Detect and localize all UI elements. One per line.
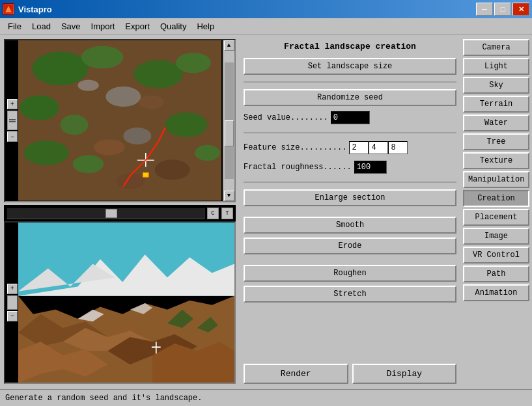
zoom-in-button[interactable]: + [7, 99, 18, 109]
svg-point-9 [24, 141, 69, 165]
seed-label: Seed value........ [244, 113, 328, 122]
divider-3 [244, 182, 456, 183]
panel-title: Fractal landscape creation [244, 39, 456, 54]
window-controls: ─ □ ✕ [476, 3, 529, 16]
svg-point-14 [123, 128, 151, 144]
close-button[interactable]: ✕ [512, 3, 529, 16]
enlarge-section-button[interactable]: Enlarge section [244, 189, 456, 206]
menu-import[interactable]: Import [86, 20, 120, 33]
smooth-button[interactable]: Smooth [244, 217, 456, 234]
main-content: + – [0, 35, 532, 388]
erode-button[interactable]: Erode [244, 237, 456, 254]
svg-point-12 [195, 145, 220, 161]
svg-point-13 [105, 87, 141, 107]
randomize-seed-button[interactable]: Randomize seed [244, 89, 456, 106]
menu-export[interactable]: Export [120, 20, 155, 33]
roughen-button[interactable]: Roughen [244, 265, 456, 282]
path-button[interactable]: Path [463, 265, 529, 282]
svg-point-17 [94, 139, 124, 155]
3d-zoom-out[interactable]: – [7, 311, 18, 321]
menu-quality[interactable]: Quality [155, 20, 191, 33]
svg-point-11 [165, 113, 208, 137]
roughness-label: Fractal roughness...... [244, 163, 352, 172]
terrain-button[interactable]: Terrain [463, 96, 529, 113]
svg-point-8 [61, 115, 89, 135]
minimize-button[interactable]: ─ [476, 3, 493, 16]
3d-zoom-controls: + – [7, 284, 18, 321]
vr-control-button[interactable]: VR Control [463, 247, 529, 264]
svg-point-5 [134, 60, 183, 88]
texture-button[interactable]: Texture [463, 152, 529, 169]
feature-input-1[interactable] [349, 141, 369, 154]
svg-point-10 [73, 155, 104, 173]
manipulation-button[interactable]: Manipulation [463, 171, 529, 188]
roughness-input[interactable] [354, 161, 387, 174]
svg-point-7 [20, 96, 59, 120]
map-controls-bar: C T [4, 205, 236, 222]
camera-button[interactable]: Camera [463, 39, 529, 56]
status-bar: Generate a random seed and it's landscap… [0, 389, 532, 406]
render-button[interactable]: Render [244, 364, 348, 384]
map-progress-bar [7, 208, 204, 219]
scroll-down-button[interactable]: ▼ [224, 191, 234, 201]
image-button[interactable]: Image [463, 228, 529, 245]
terrain-map [18, 40, 221, 201]
feature-row: Feature size.......... [244, 140, 456, 156]
zoom-controls: + – [7, 99, 18, 142]
roughness-row: Fractal roughness...... [244, 159, 456, 175]
scroll-track [225, 62, 234, 179]
water-button[interactable]: Water [463, 115, 529, 131]
feature-input-3[interactable] [388, 141, 408, 154]
scroll-thumb[interactable] [225, 120, 234, 146]
menu-help[interactable]: Help [191, 20, 219, 33]
right-panel: Camera Light Sky Terrain Water Tree Text… [460, 35, 532, 388]
sky-button[interactable]: Sky [463, 77, 529, 94]
display-button[interactable]: Display [352, 364, 457, 384]
stretch-button[interactable]: Stretch [244, 286, 456, 303]
set-landscape-button[interactable]: Set landscape size [244, 58, 456, 75]
animation-button[interactable]: Animation [463, 284, 529, 301]
menu-bar: File Load Save Import Export Quality Hel… [0, 18, 532, 35]
divider-1 [244, 81, 456, 83]
feature-inputs [349, 141, 408, 154]
svg-point-15 [77, 80, 98, 91]
svg-rect-22 [143, 172, 149, 177]
progress-thumb[interactable] [105, 209, 117, 218]
svg-point-16 [139, 96, 164, 109]
bottom-3d-container: + – [4, 221, 236, 385]
top-map-container: + – [4, 39, 236, 202]
center-panel: Fractal landscape creation Set landscape… [240, 35, 460, 388]
maximize-button[interactable]: □ [494, 3, 511, 16]
scroll-up-button[interactable]: ▲ [224, 40, 234, 51]
svg-point-3 [33, 51, 89, 85]
svg-point-4 [81, 46, 124, 69]
t-button[interactable]: T [221, 208, 233, 219]
status-text: Generate a random seed and it's landscap… [5, 394, 202, 403]
divider-2 [244, 132, 456, 133]
svg-point-18 [155, 159, 190, 180]
left-panel: + – [0, 35, 240, 388]
seed-input[interactable] [331, 111, 370, 124]
placement-button[interactable]: Placement [463, 209, 529, 226]
zoom-out-button[interactable]: – [7, 131, 18, 142]
app-icon [3, 3, 14, 15]
seed-row: Seed value........ [244, 110, 456, 126]
menu-save[interactable]: Save [56, 20, 86, 33]
menu-file[interactable]: File [3, 20, 27, 33]
feature-label: Feature size.......... [244, 143, 346, 152]
menu-load[interactable]: Load [27, 20, 56, 33]
svg-point-6 [176, 53, 211, 73]
3d-zoom-in[interactable]: + [7, 284, 18, 294]
map-scrollbar[interactable]: ▲ ▼ [223, 40, 234, 201]
title-bar: Vistapro ─ □ ✕ [0, 0, 532, 18]
creation-button[interactable]: Creation [463, 190, 529, 207]
feature-input-2[interactable] [369, 141, 388, 154]
light-button[interactable]: Light [463, 58, 529, 75]
title-bar-left: Vistapro [3, 3, 52, 15]
tree-button[interactable]: Tree [463, 133, 529, 150]
window-title: Vistapro [18, 5, 52, 14]
c-button[interactable]: C [207, 208, 219, 219]
